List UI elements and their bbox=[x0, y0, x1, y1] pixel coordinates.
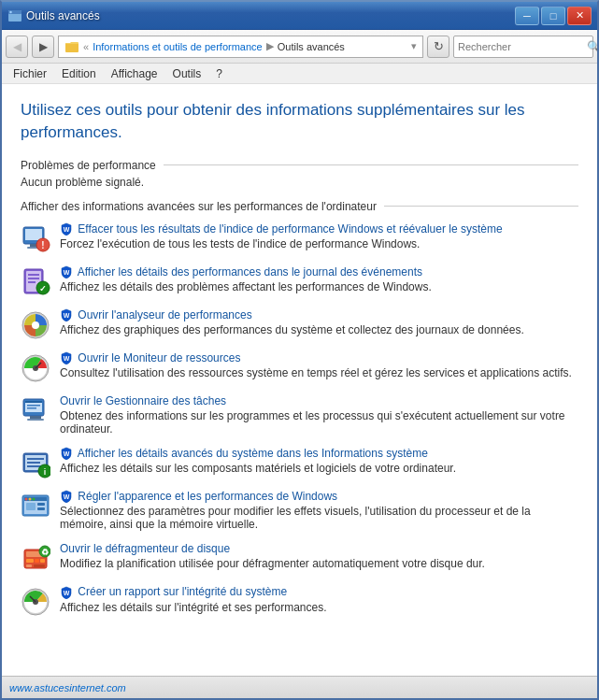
menu-fichier[interactable]: Fichier bbox=[6, 64, 54, 83]
tool-text-5: W Afficher les détails avancés du systèm… bbox=[60, 447, 578, 476]
svg-rect-59 bbox=[34, 564, 45, 567]
search-bar[interactable]: 🔍 bbox=[453, 36, 593, 58]
tool-icon-5: i bbox=[21, 449, 50, 479]
tool-text-7: Ouvrir le défragmenteur de disque Modifi… bbox=[60, 542, 578, 570]
address-separator1: « bbox=[83, 41, 89, 52]
shield-icon-2: W bbox=[60, 308, 73, 321]
search-icon[interactable]: 🔍 bbox=[587, 38, 599, 55]
svg-rect-37 bbox=[27, 458, 44, 460]
problems-value: Aucun problème signalé. bbox=[21, 176, 578, 189]
refresh-button[interactable]: ↻ bbox=[427, 36, 449, 58]
svg-rect-33 bbox=[30, 416, 41, 419]
svg-rect-14 bbox=[28, 278, 39, 279]
content-area: Utilisez ces outils pour obtenir des inf… bbox=[2, 84, 597, 679]
tool-text-0: W Effacer tous les résultats de l'indice… bbox=[60, 222, 578, 251]
forward-button[interactable]: ▶ bbox=[32, 36, 54, 58]
tool-icon-4 bbox=[21, 396, 50, 426]
tool-desc-8: Affichez les détails sur l'intégrité et … bbox=[60, 601, 578, 614]
svg-text:!: ! bbox=[41, 240, 44, 250]
tool-icon-6 bbox=[21, 492, 50, 521]
tool-item-7: ♻ Ouvrir le défragmenteur de disque Modi… bbox=[21, 542, 578, 574]
tool-link-7[interactable]: Ouvrir le défragmenteur de disque bbox=[60, 542, 230, 555]
address-arrow: ▶ bbox=[266, 40, 274, 52]
tool-item-0: ! W Effacer tous les résultats de l'indi… bbox=[21, 222, 578, 254]
maximize-button[interactable]: □ bbox=[541, 7, 565, 25]
problems-label: Problèmes de performance bbox=[21, 159, 156, 172]
tool-icon-8 bbox=[21, 587, 50, 617]
svg-rect-56 bbox=[35, 559, 39, 563]
tool-item-1: ✓ W Afficher les détails des performance… bbox=[21, 265, 578, 297]
tool-item-8: W Créer un rapport sur l'intégrité du sy… bbox=[21, 585, 578, 617]
nav-bar: ◀ ▶ « Informations et outils de performa… bbox=[2, 30, 597, 64]
problems-section-header: Problèmes de performance bbox=[21, 159, 578, 172]
svg-point-47 bbox=[29, 497, 32, 500]
tool-desc-2: Affichez des graphiques des performances… bbox=[60, 323, 578, 336]
address-bar[interactable]: « Informations et outils de performance … bbox=[58, 36, 423, 58]
address-dropdown[interactable]: ▾ bbox=[411, 40, 417, 52]
tool-link-8[interactable]: Créer un rapport sur l'intégrité du syst… bbox=[78, 585, 287, 598]
tool-link-0[interactable]: Effacer tous les résultats de l'indice d… bbox=[78, 222, 502, 236]
svg-rect-15 bbox=[28, 281, 36, 283]
tool-desc-7: Modifiez la planification utilisée pour … bbox=[60, 557, 578, 570]
minimize-button[interactable]: ─ bbox=[515, 7, 539, 25]
svg-point-21 bbox=[32, 321, 39, 329]
search-input[interactable] bbox=[458, 41, 587, 52]
problems-divider bbox=[164, 164, 578, 165]
menu-bar: Fichier Edition Affichage Outils ? bbox=[2, 64, 597, 84]
folder-icon bbox=[64, 39, 79, 54]
tool-text-6: W Régler l'apparence et les performances… bbox=[60, 490, 578, 532]
svg-text:W: W bbox=[64, 493, 70, 500]
shield-icon-3: W bbox=[60, 351, 73, 364]
svg-text:W: W bbox=[64, 269, 70, 276]
svg-text:W: W bbox=[64, 226, 70, 233]
tool-link-1[interactable]: Afficher les détails des performances da… bbox=[78, 265, 422, 279]
main-title: Utilisez ces outils pour obtenir des inf… bbox=[21, 99, 544, 144]
svg-rect-51 bbox=[37, 507, 45, 510]
svg-rect-50 bbox=[37, 503, 45, 506]
shield-icon-0: W bbox=[60, 222, 73, 236]
menu-outils[interactable]: Outils bbox=[165, 64, 209, 83]
tool-icon-0: ! bbox=[21, 224, 50, 254]
svg-text:W: W bbox=[64, 312, 70, 319]
tool-link-6[interactable]: Régler l'apparence et les performances d… bbox=[78, 490, 337, 503]
svg-rect-3 bbox=[65, 43, 78, 52]
breadcrumb-part1[interactable]: Informations et outils de performance bbox=[93, 41, 263, 52]
svg-rect-49 bbox=[26, 503, 36, 510]
svg-rect-34 bbox=[27, 419, 44, 421]
svg-point-46 bbox=[25, 497, 28, 500]
svg-text:✓: ✓ bbox=[39, 284, 47, 293]
tool-item-6: W Régler l'apparence et les performances… bbox=[21, 490, 578, 532]
tool-desc-0: Forcez l'exécution de tous les tests de … bbox=[60, 237, 578, 250]
svg-rect-58 bbox=[26, 564, 32, 567]
advanced-divider bbox=[384, 206, 578, 207]
window-icon bbox=[7, 8, 22, 23]
svg-text:W: W bbox=[64, 355, 70, 362]
tool-icon-2 bbox=[21, 310, 50, 340]
tool-link-5[interactable]: Afficher les détails avancés du système … bbox=[78, 447, 428, 460]
tool-item-2: W Ouvrir l'analyseur de performances Aff… bbox=[21, 308, 578, 340]
menu-edition[interactable]: Edition bbox=[54, 64, 104, 83]
back-button[interactable]: ◀ bbox=[6, 36, 28, 58]
svg-text:W: W bbox=[64, 590, 70, 596]
svg-point-48 bbox=[33, 497, 36, 500]
menu-help[interactable]: ? bbox=[208, 64, 230, 83]
svg-rect-30 bbox=[25, 401, 42, 403]
tool-text-1: W Afficher les détails des performances … bbox=[60, 265, 578, 294]
tool-desc-3: Consultez l'utilisation des ressources s… bbox=[60, 366, 578, 379]
shield-icon-8: W bbox=[60, 586, 73, 599]
close-button[interactable]: ✕ bbox=[567, 7, 592, 25]
svg-point-2 bbox=[9, 10, 11, 12]
tool-desc-1: Affichez les détails des problèmes affec… bbox=[60, 280, 578, 293]
menu-affichage[interactable]: Affichage bbox=[104, 64, 165, 83]
tool-text-8: W Créer un rapport sur l'intégrité du sy… bbox=[60, 585, 578, 614]
tool-text-2: W Ouvrir l'analyseur de performances Aff… bbox=[60, 308, 578, 337]
tool-item-4: Ouvrir le Gestionnaire des tâches Obtene… bbox=[21, 394, 578, 436]
breadcrumb-part2: Outils avancés bbox=[278, 41, 345, 52]
tool-link-2[interactable]: Ouvrir l'analyseur de performances bbox=[78, 308, 251, 321]
shield-icon-1: W bbox=[60, 265, 73, 279]
tool-link-3[interactable]: Ouvrir le Moniteur de ressources bbox=[78, 351, 240, 364]
tool-link-4[interactable]: Ouvrir le Gestionnaire des tâches bbox=[60, 394, 226, 407]
tool-text-4: Ouvrir le Gestionnaire des tâches Obtene… bbox=[60, 394, 578, 436]
tool-item-5: i W Afficher les détails avancés du syst… bbox=[21, 447, 578, 479]
tool-icon-1: ✓ bbox=[21, 267, 50, 297]
